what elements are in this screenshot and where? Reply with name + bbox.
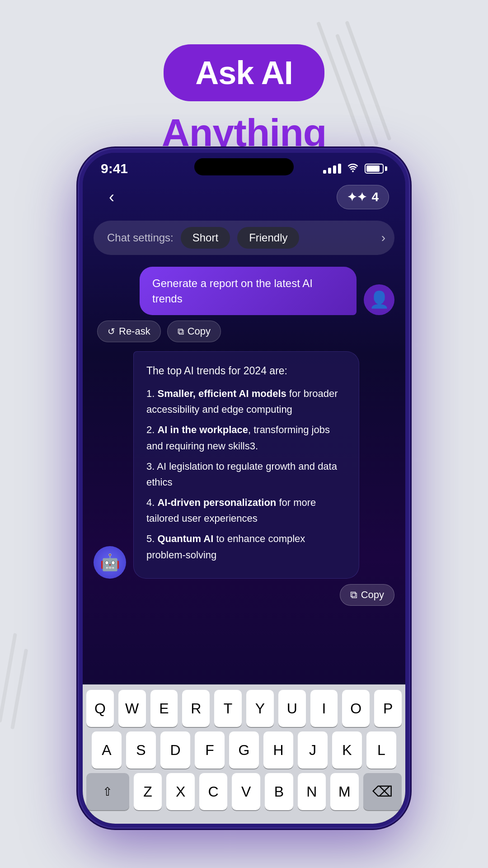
copy-ai-button[interactable]: ⧉ Copy <box>340 584 394 606</box>
key-n[interactable]: N <box>298 773 326 810</box>
phone-notch <box>194 158 294 175</box>
key-o[interactable]: O <box>342 690 370 727</box>
key-k[interactable]: K <box>332 731 362 769</box>
nav-bar: ‹ ✦✦ 4 <box>83 181 405 217</box>
key-f[interactable]: F <box>195 731 225 769</box>
key-i[interactable]: I <box>310 690 338 727</box>
key-x[interactable]: X <box>166 773 195 810</box>
key-p[interactable]: P <box>374 690 402 727</box>
ai-intro-line: The top AI trends for 2024 are: <box>146 363 346 379</box>
ask-ai-title: Ask AI <box>195 55 292 91</box>
key-g[interactable]: G <box>229 731 259 769</box>
ai-avatar: 🤖 <box>94 546 126 579</box>
reask-icon: ↺ <box>108 326 115 337</box>
key-z[interactable]: Z <box>134 773 162 810</box>
user-message-bubble: Generate a report on the latest AI trend… <box>140 267 357 315</box>
chat-settings-label: Chat settings: <box>107 231 174 244</box>
ai-trend-2: 2. AI in the workplace, transforming job… <box>146 422 346 453</box>
reask-label: Re-ask <box>119 326 150 337</box>
copy-user-button[interactable]: ⧉ Copy <box>167 321 221 342</box>
back-button[interactable]: ‹ <box>99 184 124 210</box>
key-s[interactable]: S <box>126 731 156 769</box>
key-q[interactable]: Q <box>86 690 114 727</box>
key-u[interactable]: U <box>278 690 306 727</box>
key-t[interactable]: T <box>214 690 242 727</box>
phone-mockup: 9:41 <box>79 149 409 827</box>
key-j[interactable]: J <box>298 731 328 769</box>
ai-message-row: 🤖 The top AI trends for 2024 are: 1. Sma… <box>94 351 394 579</box>
key-w[interactable]: W <box>118 690 146 727</box>
user-message-row: Generate a report on the latest AI trend… <box>94 267 394 315</box>
settings-chevron-icon[interactable]: › <box>381 231 385 245</box>
copy-ai-label: Copy <box>361 589 384 601</box>
key-d[interactable]: D <box>160 731 190 769</box>
keyboard: Q W E R T Y U I O P A S D F G <box>83 684 405 824</box>
ai-trend-3: 3. AI legislation to regulate growth and… <box>146 458 346 490</box>
delete-key[interactable]: ⌫ <box>363 773 402 810</box>
key-b[interactable]: B <box>265 773 293 810</box>
user-actions: ↺ Re-ask ⧉ Copy <box>94 321 394 342</box>
keyboard-row-3: ⇧ Z X C V B N M ⌫ <box>86 773 402 810</box>
key-m[interactable]: M <box>330 773 359 810</box>
ai-trend-5: 5. Quantum AI to enhance complex problem… <box>146 531 346 562</box>
ai-message-bubble: The top AI trends for 2024 are: 1. Small… <box>133 351 359 579</box>
reask-button[interactable]: ↺ Re-ask <box>97 321 161 342</box>
user-avatar-icon: 👤 <box>369 290 389 309</box>
settings-friendly-button[interactable]: Friendly <box>237 227 299 249</box>
key-a[interactable]: A <box>92 731 122 769</box>
user-message-text: Generate a report on the latest AI trend… <box>152 277 313 305</box>
ai-trend-1: 1. Smaller, efficient AI models for broa… <box>146 386 346 417</box>
svg-rect-5 <box>10 649 28 730</box>
key-h[interactable]: H <box>263 731 293 769</box>
phone-inner: 9:41 <box>83 153 405 824</box>
key-v[interactable]: V <box>232 773 260 810</box>
back-chevron-icon: ‹ <box>109 189 114 205</box>
key-c[interactable]: C <box>199 773 228 810</box>
user-avatar: 👤 <box>364 284 394 315</box>
status-time: 9:41 <box>101 161 128 176</box>
copy-user-icon: ⧉ <box>178 326 184 337</box>
copy-ai-icon: ⧉ <box>350 589 357 601</box>
shift-key[interactable]: ⇧ <box>86 773 129 810</box>
signal-icon <box>323 164 341 174</box>
ai-trend-4: 4. AI-driven personalization for more ta… <box>146 495 346 526</box>
key-e[interactable]: E <box>150 690 178 727</box>
ai-avatar-icon: 🤖 <box>100 553 120 572</box>
ask-ai-badge: Ask AI <box>164 44 324 101</box>
key-l[interactable]: L <box>366 731 396 769</box>
battery-icon <box>365 164 387 174</box>
ai-actions: ⧉ Copy <box>94 584 394 606</box>
anything-title: Anything <box>162 110 327 155</box>
status-icons <box>323 162 387 175</box>
sparkle-icon: ✦✦ <box>347 190 367 204</box>
credits-badge[interactable]: ✦✦ 4 <box>337 185 389 209</box>
chat-settings-bar: Chat settings: Short Friendly › <box>94 221 394 255</box>
settings-short-button[interactable]: Short <box>181 227 230 249</box>
key-r[interactable]: R <box>182 690 210 727</box>
phone-frame: 9:41 <box>79 149 409 827</box>
messages-area: Generate a report on the latest AI trend… <box>83 262 405 618</box>
keyboard-row-2: A S D F G H J K L <box>86 731 402 769</box>
svg-rect-4 <box>0 633 17 722</box>
copy-user-label: Copy <box>188 326 211 337</box>
keyboard-row-1: Q W E R T Y U I O P <box>86 690 402 727</box>
wifi-icon <box>347 162 359 175</box>
credits-count: 4 <box>371 190 379 204</box>
key-y[interactable]: Y <box>246 690 274 727</box>
